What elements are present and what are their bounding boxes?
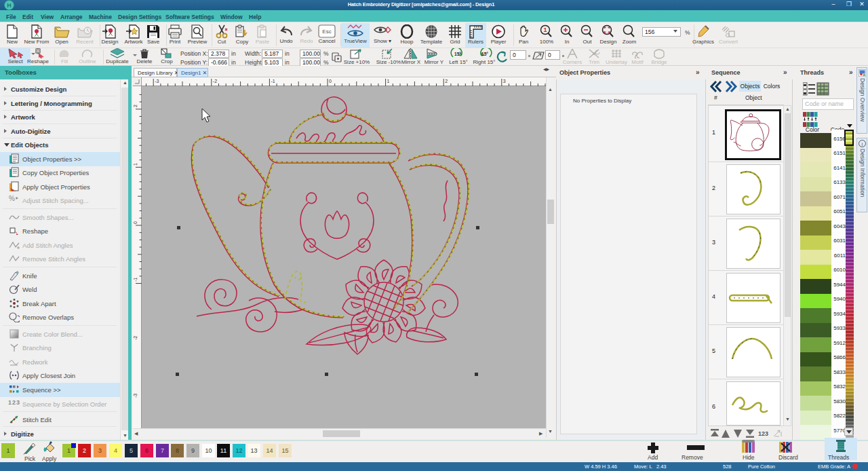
svg-text:-3: -3 — [133, 394, 138, 398]
svg-text:0: 0 — [133, 221, 138, 224]
svg-text:i: i — [862, 141, 863, 147]
svg-text:-1: -1 — [271, 79, 275, 83]
svg-text:-2: -2 — [213, 79, 217, 83]
svg-text:123: 123 — [758, 430, 768, 437]
svg-text:1: 1 — [543, 26, 547, 33]
svg-text:0: 0 — [329, 79, 332, 83]
svg-text:-3: -3 — [155, 79, 159, 83]
svg-text:2: 2 — [445, 79, 448, 83]
svg-text:15°: 15° — [454, 52, 461, 56]
svg-text:Esc: Esc — [322, 29, 331, 35]
svg-text:1: 1 — [387, 79, 390, 83]
svg-text:-1: -1 — [133, 278, 138, 282]
svg-text:3: 3 — [503, 79, 506, 83]
svg-text:15°: 15° — [481, 52, 488, 56]
svg-text:1: 1 — [133, 163, 138, 166]
svg-text:-2: -2 — [133, 336, 138, 340]
svg-text:2: 2 — [133, 105, 138, 107]
